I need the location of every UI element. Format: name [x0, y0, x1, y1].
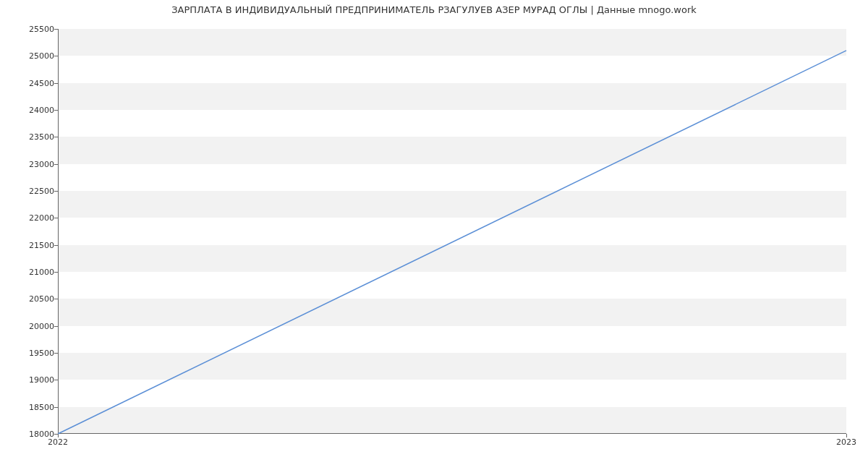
data-line [58, 51, 846, 434]
y-tick-mark [54, 326, 58, 327]
y-tick-label: 19500 [22, 349, 54, 358]
y-tick-mark [54, 380, 58, 380]
y-tick-mark [54, 164, 58, 165]
y-tick-label: 18500 [22, 402, 54, 411]
y-tick-mark [54, 218, 58, 218]
plot-area [58, 29, 846, 434]
y-tick-label: 24000 [22, 106, 54, 115]
y-tick-mark [54, 56, 58, 56]
chart-title: ЗАРПЛАТА В ИНДИВИДУАЛЬНЫЙ ПРЕДПРИНИМАТЕЛ… [0, 4, 868, 15]
y-tick-label: 22000 [22, 213, 54, 223]
y-tick-mark [54, 272, 58, 273]
y-tick-mark [54, 299, 58, 299]
y-tick-label: 23500 [22, 132, 54, 142]
y-tick-label: 19000 [22, 375, 54, 385]
line-layer [58, 29, 846, 434]
y-tick-label: 20500 [22, 294, 54, 304]
y-tick-label: 20000 [22, 321, 54, 330]
y-tick-mark [54, 110, 58, 111]
y-tick-mark [54, 29, 58, 30]
y-tick-mark [54, 407, 58, 408]
y-tick-mark [54, 137, 58, 137]
x-tick-label: 2023 [836, 437, 856, 447]
y-tick-label: 25000 [22, 51, 54, 61]
y-tick-mark [54, 83, 58, 84]
y-tick-mark [54, 245, 58, 246]
y-tick-label: 21500 [22, 240, 54, 249]
chart-container: ЗАРПЛАТА В ИНДИВИДУАЛЬНЫЙ ПРЕДПРИНИМАТЕЛ… [0, 0, 868, 470]
y-tick-label: 25500 [22, 25, 54, 34]
y-tick-mark [54, 191, 58, 192]
y-tick-label: 22500 [22, 187, 54, 196]
y-tick-label: 24500 [22, 78, 54, 87]
y-tick-label: 23000 [22, 159, 54, 168]
x-tick-label: 2022 [48, 437, 68, 447]
y-tick-label: 21000 [22, 268, 54, 277]
y-tick-mark [54, 353, 58, 354]
